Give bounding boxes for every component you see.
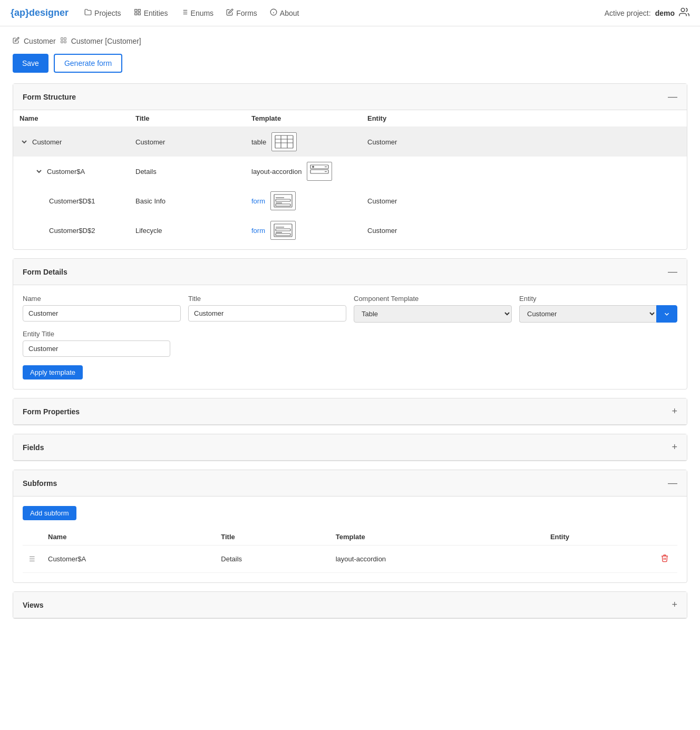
form-details-header[interactable]: Form Details — [13,259,687,285]
action-bar: Save Generate form [13,54,687,73]
entity-title-field: Entity Title [23,330,170,357]
main-nav: Projects Entities Enums Forms About [84,8,605,17]
row0-chevron[interactable] [20,137,29,147]
field-component-template-select[interactable]: Table Form Layout-Accordion [354,305,512,323]
drag-handle-icon[interactable]: ☰ [29,555,35,563]
add-subform-button[interactable]: Add subform [23,506,76,520]
folder-icon [84,8,92,17]
row0-template-text: table [251,138,266,146]
users-icon [679,7,689,19]
fields-title: Fields [23,443,44,452]
field-entity-title-label: Entity Title [23,330,170,338]
navbar-right: Active project: demo [605,7,689,19]
subforms-header[interactable]: Subforms — [13,470,687,497]
row3-template-link[interactable]: form [251,227,265,235]
svg-rect-16 [61,41,63,43]
field-entity-label: Entity [519,295,677,303]
subforms-col-title: Title [215,529,329,546]
field-name-label: Name [23,295,181,303]
row1-template-text: layout-accordion [251,168,302,176]
form-properties-section: Form Properties + [13,398,687,425]
views-title: Views [23,601,43,609]
field-name: Name [23,295,181,323]
subforms-drag-handle-cell: ☰ [23,546,42,573]
row1-chevron[interactable] [34,167,44,176]
generate-form-button[interactable]: Generate form [54,54,122,73]
table-row: Customer$D$1 Basic Info form [13,186,687,216]
row2-title: Basic Info [129,186,245,216]
form-details-grid: Name Title Component Template Table Form… [23,295,677,323]
apply-template-button[interactable]: Apply template [23,365,83,379]
subforms-col-actions [652,529,677,546]
form-properties-expand-icon[interactable]: + [672,406,677,417]
nav-about[interactable]: About [270,8,299,17]
col-template-header: Template [245,110,361,127]
form-details-collapse-icon[interactable]: — [668,266,677,277]
breadcrumb-customer-link[interactable]: Customer [24,37,56,45]
subforms-row-title: Details [215,546,329,573]
subforms-row-template: layout-accordion [329,546,544,573]
brand-logo[interactable]: {ap}designer [11,7,69,18]
svg-rect-2 [134,13,137,15]
svg-rect-33 [274,224,292,237]
table-row: Customer Customer table [13,127,687,157]
row3-template-icon [270,221,296,240]
breadcrumb: Customer Customer [Customer] [13,37,687,45]
entity-dropdown-btn[interactable] [656,305,677,323]
form-properties-header[interactable]: Form Properties + [13,398,687,425]
views-header[interactable]: Views + [13,592,687,618]
list-icon [181,8,188,17]
form-structure-collapse-icon[interactable]: — [668,91,677,102]
nav-enums[interactable]: Enums [181,8,214,17]
field-component-template-label: Component Template [354,295,512,303]
row0-name-cell: Customer [13,127,129,157]
edit-small-icon [13,37,20,45]
subforms-body: Add subform Name Title Template Entity [13,497,687,582]
row2-template-cell: form [245,186,361,216]
row0-name: Customer [32,138,62,146]
row1-template-icon [307,162,332,181]
field-title-input[interactable] [188,305,346,322]
views-expand-icon[interactable]: + [672,599,677,610]
field-entity-title-input[interactable] [23,340,170,357]
field-name-input[interactable] [23,305,181,322]
row3-name: Customer$D$2 [49,227,95,235]
nav-forms[interactable]: Forms [226,8,257,17]
row2-name: Customer$D$1 [49,197,95,205]
field-entity-select[interactable]: Customer [519,305,656,323]
fields-expand-icon[interactable]: + [672,442,677,453]
save-button[interactable]: Save [13,54,48,73]
nav-projects[interactable]: Projects [84,8,121,17]
svg-rect-37 [276,233,290,236]
subforms-row: ☰ Customer$A Details layout-accordion [23,546,677,573]
form-structure-body: Name Title Template Entity [13,110,687,249]
row2-entity: Customer [361,186,687,216]
form-structure-header[interactable]: Form Structure — [13,84,687,110]
svg-rect-1 [138,9,140,12]
grid-icon [134,8,141,17]
views-section: Views + [13,591,687,619]
breadcrumb-separator [60,37,67,45]
active-project-label: Active project: [605,9,651,17]
navbar: {ap}designer Projects Entities Enums For… [0,0,700,26]
subforms-delete-button[interactable] [658,552,671,566]
table-row: Customer$A Details layout-accordion [13,157,687,186]
row1-template-cell: layout-accordion [245,157,361,186]
svg-rect-15 [64,38,66,40]
breadcrumb-current: Customer [Customer] [71,37,141,45]
svg-rect-14 [61,38,63,40]
subforms-collapse-icon[interactable]: — [668,478,677,489]
row3-entity: Customer [361,216,687,245]
nav-enums-label: Enums [191,9,214,17]
subforms-table: Name Title Template Entity ☰ Customer$A … [23,529,677,573]
info-icon [270,8,277,17]
row0-template-icon [271,132,297,151]
nav-entities[interactable]: Entities [134,8,168,17]
row0-template-cell: table [245,127,361,157]
form-details-section: Form Details — Name Title Component Temp… [13,258,687,390]
nav-about-label: About [280,9,299,17]
field-title: Title [188,295,346,323]
row2-template-link[interactable]: form [251,197,265,205]
subforms-section: Subforms — Add subform Name Title Templa… [13,470,687,583]
fields-header[interactable]: Fields + [13,434,687,461]
